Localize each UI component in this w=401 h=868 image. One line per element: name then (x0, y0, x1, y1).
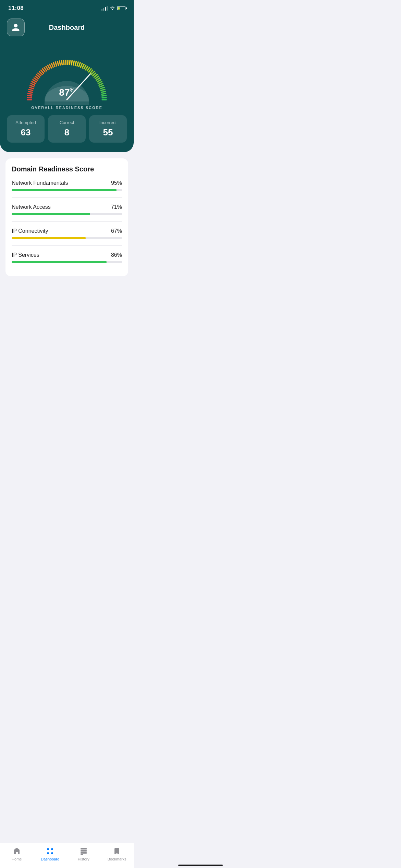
svg-line-19 (46, 67, 48, 70)
svg-line-25 (58, 61, 59, 65)
svg-line-2 (28, 96, 32, 96)
progress-fill (12, 261, 107, 263)
wifi-icon (110, 5, 115, 11)
correct-label: Correct (51, 120, 82, 125)
domain-section: Domain Readiness Score Network Fundament… (5, 158, 128, 276)
svg-line-58 (102, 98, 106, 98)
svg-line-48 (96, 78, 100, 80)
avatar-button[interactable] (7, 19, 25, 36)
progress-bar (12, 237, 122, 239)
svg-line-21 (50, 64, 51, 68)
svg-line-6 (29, 87, 33, 89)
header: Dashboard (0, 14, 134, 43)
svg-line-36 (79, 63, 80, 67)
svg-line-20 (48, 65, 50, 69)
svg-line-7 (30, 85, 34, 87)
svg-line-9 (32, 82, 36, 84)
stat-attempted: Attempted 63 (7, 115, 45, 143)
incorrect-label: Incorrect (93, 120, 123, 125)
domain-row: IP Connectivity 67% (12, 228, 122, 234)
svg-line-55 (101, 92, 106, 93)
svg-line-54 (101, 89, 105, 91)
svg-line-41 (87, 68, 89, 71)
stats-row: Attempted 63 Correct 8 Incorrect 55 (7, 115, 127, 143)
progress-fill (12, 189, 117, 191)
progress-fill (12, 213, 90, 215)
svg-line-28 (64, 60, 64, 64)
domain-pct: 86% (111, 252, 122, 258)
domain-title: Domain Readiness Score (12, 165, 122, 173)
incorrect-value: 55 (93, 127, 123, 138)
status-bar: 11:08 (0, 0, 134, 14)
battery-icon (117, 6, 125, 10)
svg-line-31 (70, 60, 70, 64)
gauge-value: 87% (59, 87, 74, 98)
svg-line-37 (81, 63, 82, 67)
score-label: OVERALL READINESS SCORE (7, 106, 127, 110)
svg-line-10 (33, 80, 36, 82)
signal-icon (101, 6, 108, 11)
status-icons (101, 5, 125, 11)
gauge-chart: 87% (19, 47, 115, 101)
progress-fill (12, 237, 86, 239)
attempted-label: Attempted (10, 120, 41, 125)
svg-line-33 (73, 61, 74, 65)
svg-line-18 (44, 68, 47, 71)
domain-pct: 67% (111, 228, 122, 234)
domain-item: Network Access 71% (12, 204, 122, 222)
domain-item: Network Fundamentals 95% (12, 180, 122, 198)
svg-line-3 (28, 94, 32, 94)
svg-line-40 (86, 67, 88, 70)
progress-bar (12, 189, 122, 191)
domain-name: IP Services (12, 252, 39, 258)
svg-line-38 (82, 64, 84, 68)
domain-row: Network Access 71% (12, 204, 122, 210)
domain-name: Network Fundamentals (12, 180, 68, 186)
svg-line-4 (28, 92, 33, 93)
attempted-value: 63 (10, 127, 41, 138)
svg-line-50 (98, 82, 102, 84)
person-icon (11, 23, 20, 32)
gauge-section: 87% OVERALL READINESS SCORE Attempted 63… (0, 43, 134, 152)
svg-line-53 (100, 87, 104, 89)
svg-line-23 (53, 63, 55, 67)
svg-line-8 (31, 83, 35, 85)
svg-line-32 (72, 61, 72, 65)
svg-line-5 (29, 89, 33, 91)
domain-row: IP Services 86% (12, 252, 122, 258)
svg-line-52 (100, 85, 104, 87)
svg-line-34 (75, 61, 76, 65)
status-time: 11:08 (8, 5, 24, 12)
svg-line-49 (97, 80, 101, 82)
svg-line-56 (102, 94, 106, 94)
svg-line-27 (62, 61, 62, 65)
domain-name: IP Connectivity (12, 228, 48, 234)
svg-line-24 (56, 62, 57, 66)
domain-pct: 71% (111, 204, 122, 210)
page-title: Dashboard (25, 24, 109, 32)
svg-line-11 (34, 78, 37, 80)
stat-correct: Correct 8 (48, 115, 86, 143)
progress-bar (12, 261, 122, 263)
domain-list: Network Fundamentals 95% Network Access … (12, 180, 122, 263)
svg-line-22 (51, 63, 53, 67)
domain-row: Network Fundamentals 95% (12, 180, 122, 186)
domain-item: IP Connectivity 67% (12, 228, 122, 246)
progress-bar (12, 213, 122, 215)
svg-line-57 (102, 96, 106, 96)
stat-incorrect: Incorrect 55 (89, 115, 127, 143)
domain-pct: 95% (111, 180, 122, 186)
correct-value: 8 (51, 127, 82, 138)
domain-item: IP Services 86% (12, 252, 122, 263)
domain-name: Network Access (12, 204, 51, 210)
svg-line-35 (77, 62, 78, 66)
svg-line-1 (27, 98, 32, 98)
svg-line-26 (60, 61, 60, 65)
svg-line-39 (84, 65, 86, 69)
svg-line-51 (99, 83, 103, 85)
